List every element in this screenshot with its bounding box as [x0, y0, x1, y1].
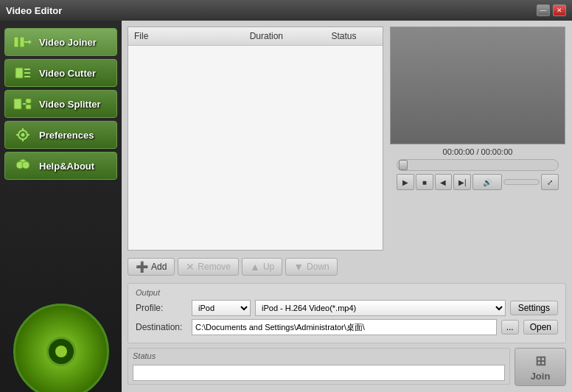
col-duration-header: Duration: [228, 29, 305, 43]
svg-marker-3: [29, 40, 32, 44]
sidebar-item-label: Help&About: [39, 161, 94, 172]
preview-panel: 00:00:00 / 00:00:00 ▶ ■ ◀ ▶| 🔊 ⤢: [389, 27, 566, 251]
file-list-header: File Duration Status: [128, 27, 383, 46]
format-select[interactable]: iPod - H.264 Video(*.mp4): [255, 300, 506, 316]
svg-rect-4: [15, 68, 23, 78]
dest-label: Destination:: [136, 322, 187, 332]
down-icon: ▼: [293, 261, 304, 273]
sidebar-item-video-joiner[interactable]: Video Joiner: [4, 28, 117, 56]
dest-input[interactable]: [192, 319, 497, 335]
profile-row: Profile: iPod iPod - H.264 Video(*.mp4) …: [136, 300, 558, 316]
svg-point-20: [22, 161, 29, 169]
sidebar-item-label: Video Joiner: [39, 37, 97, 48]
toolbar: ➕ Add ✕ Remove ▲ Up ▼ Down: [128, 255, 566, 279]
sidebar-item-label: Preferences: [39, 130, 94, 141]
file-list: File Duration Status: [128, 27, 383, 251]
svg-rect-1: [20, 37, 24, 47]
prev-frame-button[interactable]: ◀: [435, 174, 453, 190]
main-window: Video Joiner Video Cutter: [0, 21, 572, 392]
next-frame-button[interactable]: ▶|: [453, 174, 471, 190]
film-reel-decoration: [10, 289, 113, 392]
join-button[interactable]: ⊞ Join: [515, 348, 566, 386]
video-cutter-icon: [13, 64, 33, 82]
sidebar-item-video-splitter[interactable]: Video Splitter: [4, 90, 117, 118]
video-joiner-icon: [13, 33, 33, 51]
title-bar: Video Editor — ✕: [0, 0, 572, 21]
browse-button[interactable]: ...: [501, 320, 519, 335]
svg-rect-8: [14, 99, 21, 109]
volume-button[interactable]: 🔊: [472, 174, 502, 190]
content-area: File Duration Status 00:00:00 / 00:00:00…: [122, 21, 572, 392]
minimize-button[interactable]: —: [537, 4, 550, 16]
top-section: File Duration Status 00:00:00 / 00:00:00…: [128, 27, 566, 251]
join-icon: ⊞: [535, 353, 546, 369]
sidebar-item-preferences[interactable]: Preferences: [4, 121, 117, 149]
up-label: Up: [263, 262, 274, 272]
add-button[interactable]: ➕ Add: [128, 258, 175, 276]
sidebar: Video Joiner Video Cutter: [0, 21, 122, 392]
status-section-label: Status: [133, 351, 505, 360]
svg-rect-10: [26, 99, 31, 103]
profile-select[interactable]: iPod: [192, 300, 251, 316]
fullscreen-button[interactable]: ⤢: [541, 174, 559, 190]
output-section-label: Output: [136, 288, 558, 297]
play-button[interactable]: ▶: [397, 174, 414, 190]
status-input: [133, 365, 505, 381]
close-button[interactable]: ✕: [553, 4, 566, 16]
preview-timecode: 00:00:00 / 00:00:00: [443, 147, 513, 156]
stop-button[interactable]: ■: [416, 174, 433, 190]
sidebar-item-label: Video Splitter: [39, 99, 101, 110]
seek-bar[interactable]: [397, 159, 559, 171]
down-button[interactable]: ▼ Down: [285, 258, 338, 276]
col-status-header: Status: [305, 29, 383, 43]
join-label: Join: [531, 371, 551, 382]
window-controls: — ✕: [537, 4, 566, 16]
file-list-body: [128, 46, 383, 250]
svg-rect-11: [26, 105, 31, 109]
open-button[interactable]: Open: [523, 320, 558, 335]
seek-handle[interactable]: [399, 160, 408, 170]
up-button[interactable]: ▲ Up: [242, 258, 282, 276]
preferences-icon: [13, 126, 33, 144]
remove-button[interactable]: ✕ Remove: [178, 258, 239, 276]
output-section: Output Profile: iPod iPod - H.264 Video(…: [128, 283, 566, 343]
sidebar-item-label: Video Cutter: [39, 68, 96, 79]
volume-slider[interactable]: [503, 179, 540, 185]
bottom-section: Status ⊞ Join: [128, 348, 566, 386]
svg-point-13: [21, 133, 25, 137]
remove-icon: ✕: [186, 261, 195, 273]
profile-label: Profile:: [136, 303, 187, 313]
svg-rect-0: [14, 37, 18, 47]
help-icon: [13, 157, 33, 175]
sidebar-item-help-about[interactable]: Help&About: [4, 152, 117, 180]
video-splitter-icon: [13, 95, 33, 113]
preview-controls: ▶ ■ ◀ ▶| 🔊 ⤢: [397, 174, 559, 190]
col-file-header: File: [128, 29, 228, 43]
app-title: Video Editor: [6, 5, 62, 16]
remove-label: Remove: [198, 262, 231, 272]
destination-row: Destination: ... Open: [136, 319, 558, 335]
up-icon: ▲: [250, 261, 260, 273]
down-label: Down: [307, 262, 329, 272]
sidebar-item-video-cutter[interactable]: Video Cutter: [4, 59, 117, 87]
status-section: Status: [128, 348, 510, 385]
add-label: Add: [151, 262, 167, 272]
preview-screen: [390, 27, 565, 144]
add-icon: ➕: [136, 261, 148, 273]
settings-button[interactable]: Settings: [510, 301, 558, 315]
